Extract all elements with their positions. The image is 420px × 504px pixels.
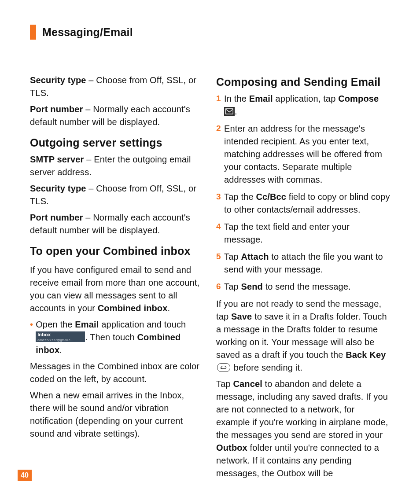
content-columns: Security type – Choose from Off, SSL, or… [30, 74, 399, 483]
bold: Combined inbox [98, 303, 168, 313]
text: . [235, 107, 237, 116]
list-body: In the Email application, tap Compose . [224, 92, 390, 118]
chip-line1: Inbox [37, 332, 51, 337]
list-item: 3 Tap the Cc/Bcc field to copy or blind … [216, 191, 390, 216]
svg-rect-0 [226, 109, 233, 114]
text: before sending it. [231, 363, 302, 372]
color-coded-para: Messages in the Combined inbox are color… [30, 360, 204, 386]
list-body: Tap the text field and enter your messag… [224, 221, 390, 246]
save-draft-para: If you are not ready to send the message… [216, 298, 390, 374]
heading-composing: Composing and Sending Email [216, 74, 390, 90]
bold: Cc/Bcc [256, 192, 286, 202]
list-number: 2 [216, 122, 224, 135]
page-number-badge: 40 [18, 470, 32, 481]
text: Tap [216, 379, 233, 389]
combined-intro: If you have configured email to send and… [30, 264, 204, 315]
smtp-para: SMTP server – Enter the outgoing email s… [30, 153, 204, 179]
heading-combined-inbox: To open your Combined inbox [30, 243, 204, 259]
label: Port number [30, 213, 83, 222]
list-item: 5 Tap Attach to attach the file you want… [216, 250, 390, 276]
bold: Outbox [216, 443, 247, 452]
page-header: Messaging/Email [30, 25, 399, 40]
list-item: 4 Tap the text field and enter your mess… [216, 221, 390, 246]
list-item: 6 Tap Send to send the message. [216, 280, 390, 293]
bullet-open-email: • Open the Email application and touch I… [30, 318, 204, 357]
list-body: Tap Attach to attach the file you want t… [224, 250, 390, 276]
list-number: 3 [216, 191, 224, 203]
list-number: 5 [216, 250, 224, 263]
text: . [59, 345, 62, 355]
cancel-para: Tap Cancel to abandon and delete a messa… [216, 378, 390, 480]
bullet-icon: • [30, 318, 33, 331]
list-body: Tap the Cc/Bcc field to copy or blind co… [224, 191, 390, 216]
bold: Save [231, 312, 252, 321]
list-body: Tap Send to send the message. [224, 280, 390, 293]
text: Tap [224, 282, 241, 291]
text: Open the [36, 320, 75, 329]
heading-outgoing: Outgoing server settings [30, 135, 204, 151]
left-column: Security type – Choose from Off, SSL, or… [30, 74, 204, 483]
list-body: Enter an address for the message's inten… [224, 122, 390, 186]
bullet-body: Open the Email application and touch Inb… [36, 318, 204, 357]
manual-page: Messaging/Email Security type – Choose f… [0, 0, 420, 504]
header-accent [30, 25, 36, 40]
inbox-chip-icon: Inbox adac7777777@gmail.c... [36, 331, 85, 342]
back-key-icon [217, 363, 230, 372]
list-number: 1 [216, 92, 224, 105]
text: Tap [224, 252, 241, 261]
text: . Then touch [85, 332, 137, 342]
label: Security type [30, 75, 86, 85]
right-column: Composing and Sending Email 1 In the Ema… [216, 74, 390, 483]
text: to send the message. [263, 282, 351, 291]
bold: Send [241, 282, 263, 291]
bold: Email [249, 94, 273, 103]
list-number: 4 [216, 221, 224, 233]
bold: Email [75, 320, 99, 329]
text: In the [224, 94, 249, 103]
compose-icon [224, 107, 235, 116]
label: Security type [30, 184, 86, 193]
label: SMTP server [30, 155, 84, 164]
security-type-para-2: Security type – Choose from Off, SSL, or… [30, 182, 204, 208]
list-item: 1 In the Email application, tap Compose … [216, 92, 390, 118]
chip-line2: adac7777777@gmail.c... [37, 338, 73, 342]
header-title: Messaging/Email [42, 26, 133, 39]
list-number: 6 [216, 280, 224, 293]
text: . [168, 303, 170, 313]
bold: Attach [241, 252, 269, 261]
list-item: 2 Enter an address for the message's int… [216, 122, 390, 186]
page-number: 40 [21, 471, 29, 479]
text: Tap the [224, 192, 256, 202]
bold: Cancel [233, 379, 262, 389]
bold: Compose [338, 94, 379, 103]
port-number-para-2: Port number – Normally each account's de… [30, 211, 204, 237]
notification-para: When a new email arrives in the Inbox, t… [30, 389, 204, 440]
security-type-para: Security type – Choose from Off, SSL, or… [30, 74, 204, 99]
text: application and touch [99, 320, 186, 329]
bold: Back Key [346, 350, 386, 360]
text: application, tap [273, 94, 338, 103]
port-number-para: Port number – Normally each account's de… [30, 103, 204, 129]
label: Port number [30, 104, 83, 114]
numbered-list: 1 In the Email application, tap Compose … [216, 92, 390, 293]
